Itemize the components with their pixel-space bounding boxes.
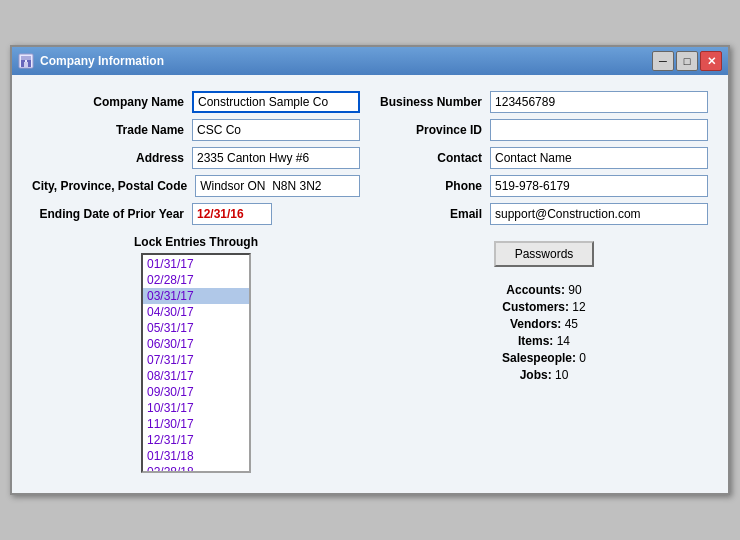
customers-value: 12 (572, 300, 585, 314)
lock-item[interactable]: 02/28/17 (143, 272, 249, 288)
jobs-stat: Jobs: 10 (380, 368, 708, 382)
accounts-value: 90 (568, 283, 581, 297)
salespeople-value: 0 (579, 351, 586, 365)
business-number-input[interactable] (490, 91, 708, 113)
address-input[interactable] (192, 147, 360, 169)
window-content: Company Name Trade Name Address City, Pr… (12, 75, 728, 493)
province-id-label: Province ID (380, 123, 490, 137)
items-label: Items: (518, 334, 553, 348)
jobs-value: 10 (555, 368, 568, 382)
accounts-stat: Accounts: 90 (380, 283, 708, 297)
province-id-input[interactable] (490, 119, 708, 141)
address-row: Address (32, 147, 360, 169)
lock-items-list[interactable]: 01/31/1702/28/1703/31/1704/30/1705/31/17… (143, 255, 249, 471)
lock-item[interactable]: 11/30/17 (143, 416, 249, 432)
lock-entries-label: Lock Entries Through (134, 235, 258, 249)
jobs-label: Jobs: (520, 368, 552, 382)
business-number-label: Business Number (380, 95, 490, 109)
contact-input[interactable] (490, 147, 708, 169)
lock-entries-section: Lock Entries Through 01/31/1702/28/1703/… (32, 235, 360, 473)
vendors-value: 45 (565, 317, 578, 331)
company-name-row: Company Name (32, 91, 360, 113)
items-stat: Items: 14 (380, 334, 708, 348)
minimize-button[interactable]: ─ (652, 51, 674, 71)
lock-entries-listbox[interactable]: 01/31/1702/28/1703/31/1704/30/1705/31/17… (141, 253, 251, 473)
trade-name-label: Trade Name (32, 123, 192, 137)
lock-item[interactable]: 12/31/17 (143, 432, 249, 448)
ending-date-label: Ending Date of Prior Year (32, 207, 192, 221)
lock-item[interactable]: 01/31/18 (143, 448, 249, 464)
accounts-label: Accounts: (506, 283, 565, 297)
window-title: Company Information (40, 54, 164, 68)
province-id-row: Province ID (380, 119, 708, 141)
lock-item[interactable]: 08/31/17 (143, 368, 249, 384)
passwords-button[interactable]: Passwords (494, 241, 594, 267)
lock-item[interactable]: 05/31/17 (143, 320, 249, 336)
lock-item[interactable]: 02/28/18 (143, 464, 249, 471)
company-name-input[interactable] (192, 91, 360, 113)
email-label: Email (380, 207, 490, 221)
trade-name-row: Trade Name (32, 119, 360, 141)
stats-section: Accounts: 90 Customers: 12 Vendors: 45 I… (380, 283, 708, 382)
vendors-label: Vendors: (510, 317, 561, 331)
company-information-window: Company Information ─ □ ✕ Company Name T… (10, 45, 730, 495)
city-label: City, Province, Postal Code (32, 179, 195, 193)
lock-item[interactable]: 04/30/17 (143, 304, 249, 320)
email-row: Email (380, 203, 708, 225)
salespeople-stat: Salespeople: 0 (380, 351, 708, 365)
phone-row: Phone (380, 175, 708, 197)
business-number-row: Business Number (380, 91, 708, 113)
lock-item[interactable]: 09/30/17 (143, 384, 249, 400)
lock-item[interactable]: 03/31/17 (143, 288, 249, 304)
ending-date-row: Ending Date of Prior Year (32, 203, 360, 225)
svg-rect-4 (24, 62, 28, 67)
maximize-button[interactable]: □ (676, 51, 698, 71)
customers-label: Customers: (502, 300, 569, 314)
svg-rect-3 (21, 56, 31, 60)
ending-date-input[interactable] (192, 203, 272, 225)
phone-input[interactable] (490, 175, 708, 197)
phone-label: Phone (380, 179, 490, 193)
salespeople-label: Salespeople: (502, 351, 576, 365)
company-name-label: Company Name (32, 95, 192, 109)
email-input[interactable] (490, 203, 708, 225)
lock-item[interactable]: 10/31/17 (143, 400, 249, 416)
right-section: Business Number Province ID Contact Phon… (380, 91, 708, 473)
title-bar-buttons: ─ □ ✕ (652, 51, 722, 71)
lock-item[interactable]: 06/30/17 (143, 336, 249, 352)
city-input[interactable] (195, 175, 360, 197)
title-bar: Company Information ─ □ ✕ (12, 47, 728, 75)
close-button[interactable]: ✕ (700, 51, 722, 71)
items-value: 14 (557, 334, 570, 348)
city-row: City, Province, Postal Code (32, 175, 360, 197)
vendors-stat: Vendors: 45 (380, 317, 708, 331)
left-section: Company Name Trade Name Address City, Pr… (32, 91, 360, 473)
customers-stat: Customers: 12 (380, 300, 708, 314)
title-bar-left: Company Information (18, 53, 164, 69)
lock-item[interactable]: 01/31/17 (143, 256, 249, 272)
lock-item[interactable]: 07/31/17 (143, 352, 249, 368)
main-layout: Company Name Trade Name Address City, Pr… (32, 91, 708, 473)
contact-label: Contact (380, 151, 490, 165)
trade-name-input[interactable] (192, 119, 360, 141)
app-icon (18, 53, 34, 69)
address-label: Address (32, 151, 192, 165)
contact-row: Contact (380, 147, 708, 169)
